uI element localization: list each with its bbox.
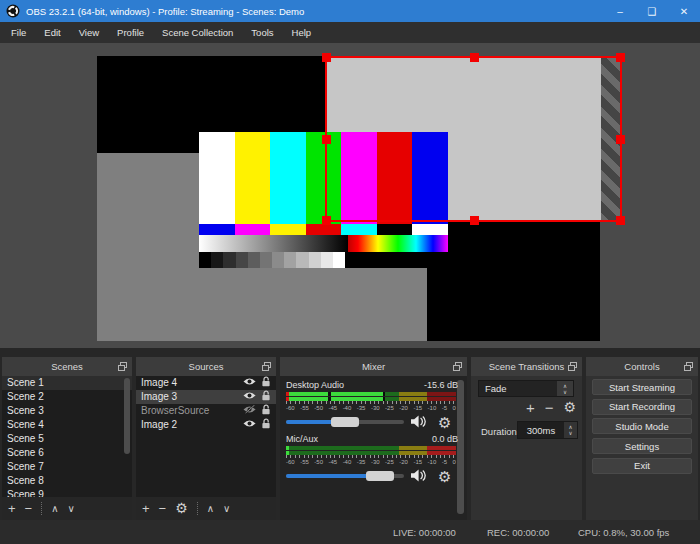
menu-item-scene-collection[interactable]: Scene Collection (153, 22, 242, 43)
transition-properties-gear-icon[interactable]: ⚙ (563, 401, 576, 414)
volume-slider[interactable]: ⚙ (286, 417, 404, 427)
mixer-panel-title[interactable]: Mixer (280, 357, 467, 376)
float-panel-icon[interactable] (684, 362, 693, 371)
float-panel-icon[interactable] (568, 362, 577, 371)
selection-handle[interactable] (322, 53, 331, 62)
remove-transition-button[interactable]: − (545, 401, 554, 414)
speaker-icon[interactable] (410, 415, 427, 428)
transitions-panel-title[interactable]: Scene Transitions (471, 357, 582, 376)
scale-tick-label: -45 (328, 405, 337, 411)
selection-handle[interactable] (616, 135, 625, 144)
meter-ticks (286, 455, 456, 458)
channel-settings-gear-icon[interactable]: ⚙ (438, 468, 451, 486)
close-button[interactable]: ✕ (668, 0, 700, 22)
add-source-button[interactable]: + (142, 502, 150, 515)
gray-step (284, 252, 296, 268)
scene-row[interactable]: Scene 9 (2, 488, 132, 497)
menu-item-tools[interactable]: Tools (242, 22, 282, 43)
add-transition-button[interactable]: + (526, 401, 535, 414)
spinbox-arrows-icon[interactable]: ∧∨ (564, 422, 577, 438)
color-bar (341, 224, 377, 235)
move-scene-down-button[interactable]: ∨ (68, 502, 75, 515)
volume-slider[interactable]: ⚙ (286, 471, 404, 481)
selection-handle[interactable] (616, 216, 625, 225)
maximize-button[interactable]: ❑ (636, 0, 668, 22)
menu-item-file[interactable]: File (2, 22, 35, 43)
mixer-scrollbar[interactable] (457, 380, 464, 514)
minimize-button[interactable]: – (604, 0, 636, 22)
title-bar: OBS 23.2.1 (64-bit, windows) - Profile: … (0, 0, 700, 22)
source-row[interactable]: BrowserSource (136, 404, 276, 418)
scale-tick-label: -15 (413, 405, 422, 411)
lock-icon[interactable] (261, 376, 271, 391)
controls-panel: Controls Start StreamingStart RecordingS… (586, 357, 698, 520)
float-panel-icon[interactable] (453, 362, 462, 371)
source-row[interactable]: Image 4 (136, 376, 276, 390)
scene-row[interactable]: Scene 6 (2, 446, 132, 460)
scenes-scrollbar[interactable] (124, 378, 130, 454)
scenes-panel-title[interactable]: Scenes (2, 357, 132, 376)
menu-item-edit[interactable]: Edit (35, 22, 69, 43)
scene-row[interactable]: Scene 3 (2, 404, 132, 418)
studio-mode-button[interactable]: Studio Mode (592, 418, 692, 434)
controls-panel-title[interactable]: Controls (586, 357, 698, 376)
menu-item-profile[interactable]: Profile (108, 22, 153, 43)
visibility-eye-icon[interactable] (243, 390, 256, 404)
channel-settings-gear-icon[interactable]: ⚙ (438, 414, 451, 432)
visibility-eye-slash-icon[interactable] (243, 404, 256, 418)
scene-row[interactable]: Scene 1 (2, 376, 132, 390)
settings-button[interactable]: Settings (592, 438, 692, 454)
scene-row[interactable]: Scene 7 (2, 460, 132, 474)
selection-handle[interactable] (470, 53, 479, 62)
source-row[interactable]: Image 2 (136, 418, 276, 432)
scene-row[interactable]: Scene 4 (2, 418, 132, 432)
volume-slider-knob[interactable] (366, 471, 394, 481)
menu-bar: FileEditViewProfileScene CollectionTools… (0, 22, 700, 43)
menu-item-help[interactable]: Help (283, 22, 321, 43)
lock-icon[interactable] (261, 404, 271, 419)
selection-handle[interactable] (616, 53, 625, 62)
scale-tick-label: -55 (300, 459, 309, 465)
menu-item-view[interactable]: View (70, 22, 108, 43)
float-panel-icon[interactable] (118, 362, 127, 371)
float-panel-icon[interactable] (262, 362, 271, 371)
add-scene-button[interactable]: + (8, 502, 16, 515)
selection-handle[interactable] (470, 216, 479, 225)
gray-step (296, 252, 308, 268)
scene-row[interactable]: Scene 5 (2, 432, 132, 446)
volume-slider-knob[interactable] (331, 417, 359, 427)
duration-spinbox[interactable]: 300ms ∧∨ (517, 421, 578, 439)
visibility-eye-icon[interactable] (243, 376, 256, 390)
scale-tick-label: -25 (385, 405, 394, 411)
scene-row[interactable]: Scene 2 (2, 390, 132, 404)
speaker-icon[interactable] (410, 469, 427, 482)
preview-area[interactable] (0, 43, 700, 348)
selection-outline[interactable] (325, 56, 622, 222)
transition-select[interactable]: Fade ∧∨ (478, 380, 574, 397)
color-bar (199, 132, 235, 224)
remove-scene-button[interactable]: − (25, 502, 33, 515)
sources-list[interactable]: Image 4Image 3BrowserSourceImage 2 (136, 376, 276, 497)
source-properties-gear-icon[interactable]: ⚙ (175, 502, 188, 515)
start-streaming-button[interactable]: Start Streaming (592, 379, 692, 395)
sources-panel-title[interactable]: Sources (136, 357, 276, 376)
lock-icon[interactable] (261, 418, 271, 433)
scale-tick-label: -30 (371, 459, 380, 465)
lock-icon[interactable] (261, 390, 271, 405)
selection-handle[interactable] (322, 135, 331, 144)
obs-window: OBS 23.2.1 (64-bit, windows) - Profile: … (0, 0, 700, 544)
source-row[interactable]: Image 3 (136, 390, 276, 404)
move-scene-up-button[interactable]: ∧ (51, 502, 58, 515)
selection-handle[interactable] (322, 216, 331, 225)
move-source-down-button[interactable]: ∨ (223, 502, 230, 515)
move-source-up-button[interactable]: ∧ (207, 502, 214, 515)
visibility-eye-icon[interactable] (243, 418, 256, 432)
scene-name: Scene 4 (7, 418, 132, 432)
start-recording-button[interactable]: Start Recording (592, 399, 692, 415)
scenes-list[interactable]: Scene 1Scene 2Scene 3Scene 4Scene 5Scene… (2, 376, 132, 497)
scene-name: Scene 3 (7, 404, 132, 418)
remove-source-button[interactable]: − (159, 502, 167, 515)
scene-row[interactable]: Scene 8 (2, 474, 132, 488)
exit-button[interactable]: Exit (592, 458, 692, 474)
combo-arrows-icon[interactable]: ∧∨ (557, 381, 573, 396)
